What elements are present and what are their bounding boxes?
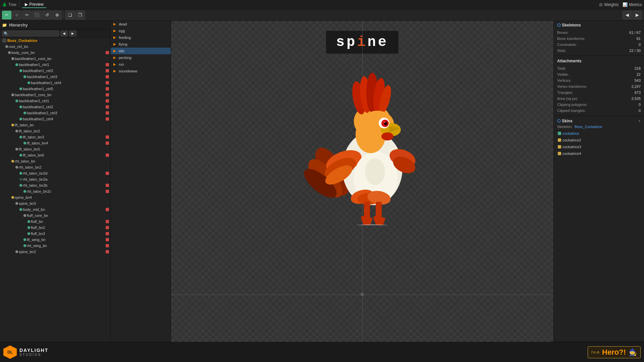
skin-item-cockatrice[interactable]: cockatrice [557, 130, 641, 137]
skin-dot [558, 132, 561, 135]
search-prev[interactable]: ◀ [60, 31, 68, 37]
tool-copy[interactable]: ❑ [65, 11, 75, 19]
anim-item-feeding[interactable]: ▶ feeding [111, 34, 171, 41]
tree-item[interactable]: lft_talon_bn6 [0, 152, 110, 158]
tree-item[interactable]: rht_wing_bn [0, 243, 110, 249]
tree-item[interactable]: fluff_bn [0, 219, 110, 225]
tree-item[interactable]: spine_bn4 [0, 194, 110, 200]
studio-sub: STUDIOS [19, 353, 48, 357]
tree-item[interactable]: rht_talon_bn2 [0, 164, 110, 170]
tree-item[interactable]: rht_talon_bn2b [0, 182, 110, 188]
weights-btn[interactable]: ⚖ Weights [599, 2, 619, 7]
tree-item[interactable]: body_mid_bn [0, 206, 110, 213]
animation-list-panel: ▶ dead ▶ egg ▶ feeding ▶ flying ▶ idle ▶… [111, 21, 171, 342]
tree-item[interactable]: lft_talon_bn [0, 122, 110, 128]
tree-item[interactable]: backfeather1_ctrl1 [0, 62, 110, 68]
tree-root[interactable]: Boss_Cockatrice [0, 38, 110, 44]
tree-item[interactable]: backfeather2_ctrl2 [0, 104, 110, 110]
red-mark [106, 244, 109, 247]
tree-item[interactable]: spine_bn3 [0, 200, 110, 206]
skin-label: cockatrice3 [562, 145, 581, 149]
tree-item[interactable]: backfeather2_core_bn [0, 92, 110, 98]
item-dot [19, 172, 22, 175]
red-mark [106, 250, 109, 253]
item-dot [19, 106, 22, 108]
tree-item[interactable]: fluff_bn3 [0, 231, 110, 237]
item-dot [19, 136, 22, 138]
item-dot [19, 178, 22, 181]
anim-item-egg[interactable]: ▶ egg [111, 27, 171, 34]
search-next[interactable]: ▶ [69, 31, 76, 37]
skins-title: ⬡ Skins [557, 119, 573, 123]
tree-item[interactable]: lft_wing_bn [0, 237, 110, 243]
tree-item[interactable]: body_core_bn [0, 50, 110, 56]
tree-item[interactable]: rht_talon_bn [0, 158, 110, 164]
tree-item[interactable]: backfeather2_ctrl4 [0, 116, 110, 122]
tree-container[interactable]: Boss_Cockatrice root_ctrl_bn body_core_b… [0, 38, 110, 342]
attachments-section: Attachments Total: 218 Visible: 22 Verti… [554, 57, 644, 116]
hierarchy-label: Hierarchy [9, 23, 28, 27]
tool-add[interactable]: ⊕ [52, 11, 62, 19]
tree-item[interactable]: rht_talon_bn2c [0, 188, 110, 194]
tree-item[interactable]: rht_talon_bn2a [0, 176, 110, 182]
red-mark [106, 75, 109, 78]
stat-row-constraints: Constraints: 0 [557, 42, 641, 48]
anim-item-soundwave[interactable]: ▶ soundwave [111, 68, 171, 74]
weights-icon: ⚖ [599, 2, 603, 7]
tool-rotate[interactable]: ↺ [42, 11, 52, 19]
metrics-btn[interactable]: 📊 Metrics [623, 2, 642, 7]
hero-prefix: I'm A [591, 350, 599, 354]
skin-item-cockatrice4[interactable]: cockatrice4 [557, 150, 641, 157]
tool-cut[interactable]: ✂ [22, 11, 32, 19]
anim-play-icon: ▶ [113, 69, 117, 73]
tree-item[interactable]: lft_talon_bn2 [0, 128, 110, 134]
anim-item-flying[interactable]: ▶ flying [111, 41, 171, 48]
red-mark [106, 141, 109, 145]
tree-tab[interactable]: 🌲 Tree [2, 2, 16, 7]
anim-item-run[interactable]: ▶ run [111, 61, 171, 68]
anim-label: dead [119, 22, 127, 26]
skin-item-cockatrice3[interactable]: cockatrice3 [557, 143, 641, 150]
anim-item-idle[interactable]: ▶ idle [111, 48, 171, 54]
tree-item[interactable]: root_ctrl_bn [0, 44, 110, 50]
tree-item[interactable]: fluff_core_bn [0, 213, 110, 219]
tool-paste[interactable]: ❒ [75, 11, 85, 19]
tree-item[interactable]: backfeather1_ctrl3 [0, 74, 110, 80]
tree-item[interactable]: lft_talon_bn3 [0, 134, 110, 140]
anim-item-dead[interactable]: ▶ dead [111, 21, 171, 27]
tool-draw[interactable]: ✏ [2, 11, 11, 19]
tree-item[interactable]: backfeather1_ctrl5 [0, 86, 110, 92]
tree-item[interactable]: lft_talon_bn5 [0, 146, 110, 152]
red-mark [106, 81, 109, 84]
anim-play-icon: ▶ [113, 42, 117, 46]
tree-item[interactable]: backfeather1_core_bn [0, 56, 110, 62]
preview-tab-label: Preview [29, 2, 44, 7]
anim-item-pecking[interactable]: ▶ pecking [111, 54, 171, 61]
tool-select[interactable]: ⬛ [32, 11, 42, 19]
anim-label: feeding [119, 36, 131, 40]
nav-back[interactable]: ◀ [623, 11, 632, 19]
item-dot [23, 112, 26, 114]
svg-point-42 [352, 224, 392, 225]
tree-item[interactable]: fluff_bn2 [0, 225, 110, 231]
preview-tab[interactable]: ▶ Preview [22, 1, 46, 8]
tree-item[interactable]: backfeather2_ctrl3 [0, 110, 110, 116]
tree-item[interactable]: spine_bn2 [0, 249, 110, 255]
search-input[interactable] [2, 31, 59, 37]
item-dot [23, 214, 26, 217]
red-mark [106, 226, 109, 229]
stat-clipping-polygons: Clipping polygons: 0 [557, 102, 641, 108]
skins-expand-icon[interactable]: + [638, 119, 641, 123]
tree-item[interactable]: backfeather1_ctrl4 [0, 80, 110, 86]
skeletons-title: ⬡ Skeletons [557, 23, 641, 27]
preview-area[interactable]: spine [171, 21, 553, 342]
skin-item-cockatrice2[interactable]: cockatrice2 [557, 137, 641, 143]
nav-forward[interactable]: ▶ [633, 11, 642, 19]
tree-item[interactable]: rht_talon_bn2d [0, 170, 110, 176]
tool-circle[interactable]: ○ [12, 11, 21, 19]
tree-item[interactable]: lft_talon_bn4 [0, 140, 110, 146]
tree-item[interactable]: backfeather1_ctrl2 [0, 68, 110, 74]
item-dot [11, 57, 14, 60]
tree-item[interactable]: backfeather2_ctrl1 [0, 98, 110, 104]
anim-play-icon: ▶ [113, 56, 117, 60]
